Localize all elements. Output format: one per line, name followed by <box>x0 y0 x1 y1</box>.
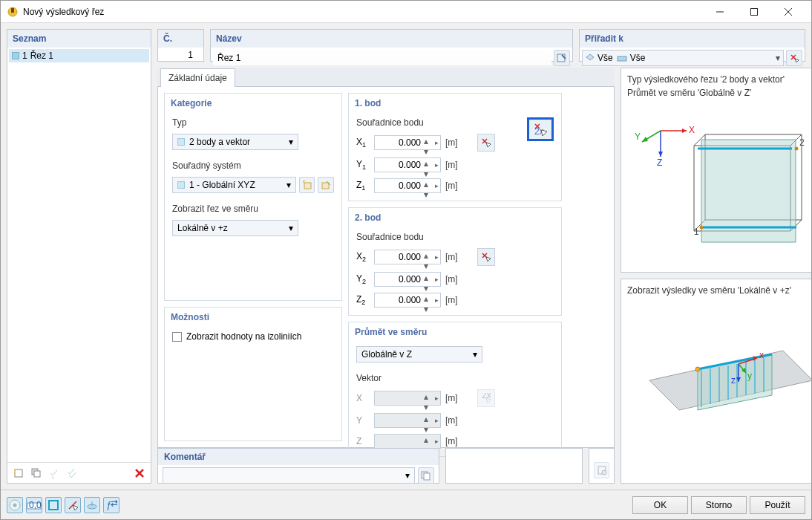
coord-sys-select[interactable]: 1 - Globální XYZ ▾ <box>172 177 296 193</box>
preview-settings-button[interactable] <box>594 462 609 478</box>
section-list[interactable]: 1 Řez 1 <box>7 48 151 462</box>
chevron-down-icon: ▾ <box>289 223 293 233</box>
comment-select[interactable]: ▾ <box>163 467 415 484</box>
svg-point-81 <box>695 367 700 371</box>
new-cs-button[interactable] <box>299 177 315 193</box>
section-list-panel: Seznam 1 Řez 1 <box>7 29 151 484</box>
x1-input[interactable]: ▴▾▸ <box>374 135 441 150</box>
new-button[interactable] <box>10 465 27 481</box>
close-button[interactable] <box>771 1 805 23</box>
show-dir-select[interactable]: Lokálně v +z ▾ <box>172 220 298 236</box>
minimize-button[interactable] <box>703 1 737 23</box>
z2-input[interactable]: ▴▾▸ <box>374 293 441 308</box>
check-all-button[interactable] <box>64 465 80 481</box>
vx-label: X <box>356 393 370 403</box>
vy-input: ▴▾▸ <box>374 413 441 428</box>
preview-cube-icon: X Y Z <box>627 101 812 250</box>
x2-input[interactable]: ▴▾▸ <box>374 250 441 264</box>
assign-header: Přiřadit k <box>580 30 805 48</box>
number-input[interactable] <box>158 48 197 62</box>
svg-rect-9 <box>34 471 40 477</box>
pick-two-points-button[interactable]: 2x <box>527 117 554 141</box>
apply-button[interactable]: Použít <box>750 496 805 514</box>
ok-button[interactable]: OK <box>632 496 688 514</box>
preview-projection-text: Průmět ve směru 'Globálně v Z' <box>627 88 812 98</box>
help-button[interactable] <box>7 497 23 513</box>
preview-type-panel: Typ výsledkového řezu '2 body a vektor' … <box>621 68 812 273</box>
unit-label: [m] <box>445 393 458 403</box>
svg-marker-40 <box>682 129 687 133</box>
function-button[interactable]: ƒ⇄ <box>103 497 119 513</box>
y1-label: Y1 <box>356 159 370 171</box>
svg-marker-46 <box>658 152 663 157</box>
pick-point1-button[interactable] <box>477 134 495 152</box>
preview-type-text: Typ výsledkového řezu '2 body a vektor' <box>627 74 812 85</box>
svg-rect-36 <box>424 473 430 480</box>
z1-input[interactable]: ▴▾▸ <box>374 178 441 193</box>
number-panel: Č. <box>157 29 204 62</box>
unit-label: [m] <box>445 137 458 148</box>
svg-point-83 <box>13 503 17 507</box>
svg-text:x: x <box>759 350 764 360</box>
checkbox-icon <box>172 332 182 342</box>
tab-basic[interactable]: Základní údaje <box>160 68 235 87</box>
pick-point2-button[interactable] <box>477 248 495 266</box>
y1-input[interactable]: ▴▾▸ <box>374 157 441 172</box>
edit-cs-button[interactable] <box>318 177 334 193</box>
svg-point-57 <box>700 226 704 230</box>
svg-rect-15 <box>618 56 626 61</box>
svg-marker-18 <box>795 59 799 62</box>
select-section-button[interactable] <box>65 497 81 513</box>
svg-rect-19 <box>304 183 311 189</box>
svg-marker-25 <box>486 143 491 147</box>
app-icon <box>7 6 19 18</box>
maximize-button[interactable] <box>737 1 771 23</box>
name-header: Název <box>211 30 572 48</box>
coord-sys-value: 1 - Globální XYZ <box>189 180 255 190</box>
svg-point-38 <box>602 470 606 475</box>
chevron-down-icon: ▾ <box>473 349 477 360</box>
category-legend: Kategorie <box>165 94 341 113</box>
unit-label: [m] <box>445 181 458 191</box>
name-input[interactable] <box>213 51 551 65</box>
coord-sys-label: Souřadný systém <box>172 160 334 171</box>
view-button[interactable] <box>84 497 100 513</box>
svg-text:2: 2 <box>799 137 805 148</box>
pick-assign-button[interactable] <box>786 50 802 66</box>
edit-name-button[interactable] <box>554 50 570 66</box>
type-select[interactable]: 2 body a vektor ▾ <box>172 134 298 150</box>
isolines-checkbox[interactable]: Zobrazit hodnoty na izoliniích <box>172 331 334 342</box>
select-rect-button[interactable] <box>45 497 62 513</box>
copy-button[interactable] <box>28 465 45 481</box>
chevron-down-icon: ▾ <box>289 137 293 147</box>
y2-label: Y2 <box>356 273 370 285</box>
show-dir-label: Zobrazit řez ve směru <box>172 204 334 214</box>
point2-coord-label: Souřadnice bodu <box>356 232 554 242</box>
comment-library-button[interactable] <box>418 467 434 484</box>
assign-value-2: Vše <box>630 53 646 63</box>
check-down-button[interactable] <box>46 465 62 481</box>
assign-select[interactable]: Vše Vše ▾ <box>582 50 784 66</box>
unit-label: [m] <box>445 415 458 426</box>
list-item[interactable]: 1 Řez 1 <box>9 49 149 62</box>
svg-rect-86 <box>49 501 58 510</box>
chevron-down-icon: ▾ <box>405 470 410 481</box>
unit-label: [m] <box>445 436 458 446</box>
svg-rect-1 <box>11 8 14 13</box>
svg-text:0,00: 0,00 <box>29 500 42 510</box>
cancel-button[interactable]: Storno <box>691 496 747 514</box>
svg-text:X: X <box>689 125 695 135</box>
z1-label: Z1 <box>356 180 370 192</box>
units-button[interactable]: 0,00 <box>26 497 42 513</box>
number-header: Č. <box>158 30 203 48</box>
point2-legend: 2. bod <box>349 208 561 227</box>
projection-select[interactable]: Globálně v Z ▾ <box>356 346 482 363</box>
vector-label: Vektor <box>356 373 554 383</box>
svg-point-59 <box>795 147 799 151</box>
chevron-down-icon: ▾ <box>776 53 780 63</box>
name-panel: Název <box>210 29 573 62</box>
delete-button[interactable] <box>131 465 148 481</box>
svg-text:⇄: ⇄ <box>111 499 117 508</box>
svg-marker-32 <box>486 257 491 261</box>
y2-input[interactable]: ▴▾▸ <box>374 272 441 287</box>
